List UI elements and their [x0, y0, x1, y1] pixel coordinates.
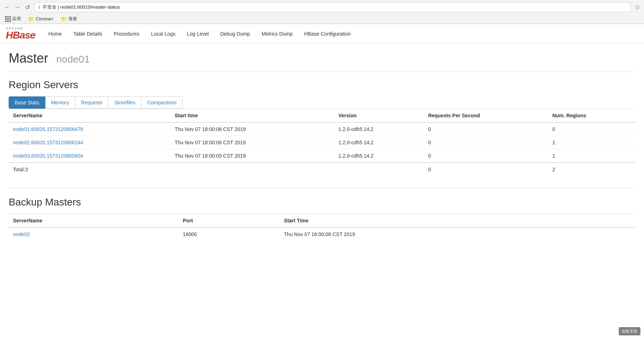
bm-server-cell: node02 — [9, 227, 179, 241]
rps-cell: 0 — [424, 136, 548, 149]
table-row: node01,60020,1573120806479 Thu Nov 07 18… — [9, 122, 635, 136]
nav-table-details[interactable]: Table Details — [68, 28, 108, 40]
section-divider — [9, 187, 635, 188]
server-name-cell: node03,60020,1573120805604 — [9, 149, 170, 163]
bookmarks-bar: 应用 📁 Chrome+ 📁 搜索 — [0, 14, 644, 24]
table-row: node02,60020,1573120806244 Thu Nov 07 18… — [9, 136, 635, 149]
address-text: 不安全 | node01:60010/master-status — [43, 4, 120, 10]
heading-divider — [9, 72, 635, 72]
total-regions: 2 — [548, 163, 635, 176]
server-name-link[interactable]: node02,60020,1573120806244 — [13, 140, 83, 145]
backup-masters-section: Backup Masters ServerName Port Start Tim… — [9, 196, 635, 241]
total-rps: 0 — [424, 163, 548, 176]
tab-memory[interactable]: Memory — [45, 96, 76, 109]
chrome-plus-bookmark[interactable]: 📁 Chrome+ — [27, 15, 55, 23]
nav-log-level[interactable]: Log Level — [181, 28, 215, 40]
total-empty-1 — [170, 163, 334, 176]
bm-col-server: ServerName — [9, 214, 179, 228]
total-row: Total:3 0 2 — [9, 163, 635, 176]
master-node: node01 — [56, 54, 90, 65]
nav-procedures[interactable]: Procedures — [108, 28, 146, 40]
start-time-cell: Thu Nov 07 18:00:06 CST 2019 — [170, 136, 334, 149]
col-rps: Requests Per Second — [424, 109, 548, 123]
backup-masters-table: ServerName Port Start Time node02 16000 … — [9, 214, 635, 241]
master-section: Master node01 — [9, 51, 635, 72]
logo: APACHE HBase — [6, 27, 35, 40]
nav-local-logs[interactable]: Local Logs — [145, 28, 181, 40]
browser-toolbar: ← → ↺ ℹ 不安全 | node01:60010/master-status… — [0, 0, 644, 14]
tab-storefiles[interactable]: Storefiles — [108, 96, 141, 109]
master-title: Master node01 — [9, 51, 635, 66]
bookmark-star-icon[interactable]: ☆ — [635, 3, 640, 11]
hbase-text: HBase — [6, 30, 35, 40]
main-content: Master node01 Region Servers Base Stats … — [0, 44, 644, 259]
nav-metrics-dump[interactable]: Metrics Dump — [256, 28, 298, 40]
forward-button[interactable]: → — [14, 4, 21, 11]
num-regions-cell: 1 — [548, 136, 635, 149]
apps-bookmark[interactable]: 应用 — [4, 15, 22, 23]
nav-home[interactable]: Home — [43, 28, 67, 40]
apps-grid-icon — [5, 16, 11, 22]
nav-hbase-configuration[interactable]: HBase Configuration — [299, 28, 357, 40]
rps-cell: 0 — [424, 122, 548, 136]
search-label: 搜索 — [68, 16, 77, 22]
refresh-button[interactable]: ↺ — [24, 4, 31, 11]
nav-debug-dump[interactable]: Debug Dump — [215, 28, 256, 40]
bm-server-link[interactable]: node02 — [13, 231, 30, 237]
back-button[interactable]: ← — [4, 4, 11, 11]
bm-port-cell: 16000 — [179, 227, 280, 241]
region-servers-section: Region Servers Base Stats Memory Request… — [9, 79, 635, 176]
folder-icon-2: 📁 — [61, 16, 67, 22]
tab-requests[interactable]: Requests — [75, 96, 108, 109]
start-time-cell: Thu Nov 07 18:00:06 CST 2019 — [170, 122, 334, 136]
app-container: APACHE HBase Home Table Details Procedur… — [0, 24, 644, 259]
region-servers-table: ServerName Start time Version Requests P… — [9, 109, 635, 176]
num-regions-cell: 0 — [548, 122, 635, 136]
start-time-cell: Thu Nov 07 18:00:05 CST 2019 — [170, 149, 334, 163]
region-servers-heading: Region Servers — [9, 79, 635, 91]
apps-label: 应用 — [12, 16, 21, 22]
version-cell: 1.2.0-cdh5.14.2 — [334, 149, 424, 163]
search-bookmark[interactable]: 📁 搜索 — [59, 15, 79, 23]
table-row: node03,60020,1573120805604 Thu Nov 07 18… — [9, 149, 635, 163]
num-regions-cell: 1 — [548, 149, 635, 163]
col-num-regions: Num. Regions — [548, 109, 635, 123]
bm-start-time-cell: Thu Nov 07 18:00:08 CST 2019 — [279, 227, 635, 241]
server-name-link[interactable]: node03,60020,1573120805604 — [13, 153, 83, 159]
tab-base-stats[interactable]: Base Stats — [9, 96, 45, 109]
backup-masters-heading: Backup Masters — [9, 196, 635, 208]
region-server-tabs: Base Stats Memory Requests Storefiles Co… — [9, 96, 635, 109]
bm-col-port: Port — [179, 214, 280, 228]
col-version: Version — [334, 109, 424, 123]
folder-icon: 📁 — [28, 16, 34, 22]
nav-links: Home Table Details Procedures Local Logs… — [43, 28, 357, 40]
col-server-name: ServerName — [9, 109, 170, 123]
bm-col-start-time: Start Time — [279, 214, 635, 228]
chrome-plus-label: Chrome+ — [36, 17, 54, 22]
table-row: node02 16000 Thu Nov 07 18:00:08 CST 201… — [9, 227, 635, 241]
navbar: APACHE HBase Home Table Details Procedur… — [0, 24, 644, 44]
address-bar[interactable]: ℹ 不安全 | node01:60010/master-status — [34, 2, 632, 12]
server-name-link[interactable]: node01,60020,1573120806479 — [13, 126, 83, 132]
server-name-cell: node02,60020,1573120806244 — [9, 136, 170, 149]
total-empty-2 — [334, 163, 424, 176]
browser-chrome: ← → ↺ ℹ 不安全 | node01:60010/master-status… — [0, 0, 644, 24]
col-start-time: Start time — [170, 109, 334, 123]
version-cell: 1.2.0-cdh5.14.2 — [334, 122, 424, 136]
tab-compactions[interactable]: Compactions — [142, 96, 183, 109]
security-icon: ℹ — [39, 5, 40, 10]
server-name-cell: node01,60020,1573120806479 — [9, 122, 170, 136]
total-label: Total:3 — [9, 163, 170, 176]
rps-cell: 0 — [424, 149, 548, 163]
version-cell: 1.2.0-cdh5.14.2 — [334, 136, 424, 149]
